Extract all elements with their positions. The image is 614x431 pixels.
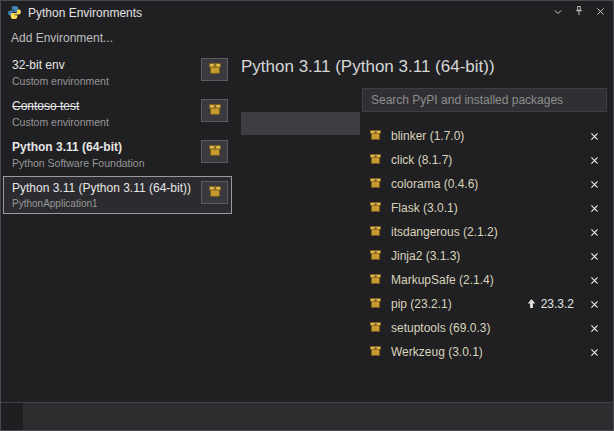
package-icon <box>369 127 382 145</box>
package-name: blinker (1.7.0) <box>391 129 586 143</box>
package-icon <box>208 184 222 202</box>
close-window-button[interactable] <box>591 4 609 21</box>
bottom-tab-solution-explorer[interactable] <box>23 403 45 430</box>
package-icon <box>369 343 382 361</box>
environment-info: Python 3.11 (64-bit) Python Software Fou… <box>12 139 195 169</box>
environment-name: 32-bit env <box>12 58 195 72</box>
package-icon <box>369 271 382 289</box>
window-menu-button[interactable] <box>549 4 567 21</box>
packages-pane: blinker (1.7.0) click (8.1.7) <box>362 88 607 402</box>
environment-info: Python 3.11 (Python 3.11 (64-bit)) Pytho… <box>12 180 195 209</box>
remove-package-button[interactable] <box>586 296 602 312</box>
detail-body: blinker (1.7.0) click (8.1.7) <box>241 88 607 402</box>
remove-package-button[interactable] <box>586 320 602 336</box>
remove-package-button[interactable] <box>586 176 602 192</box>
close-icon <box>590 177 599 192</box>
environment-subtitle: Custom environment <box>12 75 195 87</box>
remove-package-button[interactable] <box>586 152 602 168</box>
remove-package-button[interactable] <box>586 248 602 264</box>
package-name: Werkzeug (3.0.1) <box>391 345 586 359</box>
package-row-click[interactable]: click (8.1.7) <box>362 148 607 172</box>
package-name: colorama (0.4.6) <box>391 177 586 191</box>
environment-name: Contoso test <box>12 99 195 113</box>
close-icon <box>590 273 599 288</box>
close-icon <box>590 225 599 240</box>
close-icon <box>590 249 599 264</box>
environment-name: Python 3.11 (Python 3.11 (64-bit)) <box>12 181 195 195</box>
window-title: Python Environments <box>28 6 546 20</box>
environment-packages-button[interactable] <box>201 140 228 163</box>
package-icon <box>369 247 382 265</box>
bottom-tab-git-changes[interactable] <box>45 403 67 430</box>
package-name: Jinja2 (3.1.3) <box>391 249 586 263</box>
environment-packages-button[interactable] <box>201 99 228 122</box>
package-row-markupsafe[interactable]: MarkupSafe (2.1.4) <box>362 268 607 292</box>
python-icon <box>7 5 22 20</box>
close-icon <box>590 129 599 144</box>
environment-subtitle: Python Software Foundation <box>12 157 195 169</box>
package-row-colorama[interactable]: colorama (0.4.6) <box>362 172 607 196</box>
bottom-tab-bar <box>1 402 613 430</box>
close-icon <box>595 5 606 20</box>
package-icon <box>208 61 222 79</box>
remove-package-button[interactable] <box>586 272 602 288</box>
package-search-input[interactable] <box>362 88 607 112</box>
titlebar: Python Environments <box>1 1 613 24</box>
package-icon <box>369 223 382 241</box>
package-row-flask[interactable]: Flask (3.0.1) <box>362 196 607 220</box>
environment-list: 32-bit env Custom environment Contoso te… <box>1 50 234 402</box>
environment-detail-title: Python 3.11 (Python 3.11 (64-bit)) <box>241 57 607 77</box>
environment-item-32-bit-env[interactable]: 32-bit env Custom environment <box>3 53 232 91</box>
package-name: itsdangerous (2.1.2) <box>391 225 586 239</box>
environment-info: 32-bit env Custom environment <box>12 57 195 87</box>
close-icon <box>590 201 599 216</box>
package-row-jinja2[interactable]: Jinja2 (3.1.3) <box>362 244 607 268</box>
package-row-blinker[interactable]: blinker (1.7.0) <box>362 124 607 148</box>
package-name: MarkupSafe (2.1.4) <box>391 273 586 287</box>
package-row-werkzeug[interactable]: Werkzeug (3.0.1) <box>362 340 607 364</box>
environment-detail-panel: Python 3.11 (Python 3.11 (64-bit)) blink… <box>234 50 613 402</box>
remove-package-button[interactable] <box>586 224 602 240</box>
tab-overview[interactable] <box>241 88 360 111</box>
remove-package-button[interactable] <box>586 200 602 216</box>
package-icon <box>208 102 222 120</box>
close-icon <box>590 297 599 312</box>
package-list: blinker (1.7.0) click (8.1.7) <box>362 124 607 364</box>
package-name: click (8.1.7) <box>391 153 586 167</box>
environment-item-contoso-test[interactable]: Contoso test Custom environment <box>3 94 232 132</box>
detail-tab-list <box>241 88 360 402</box>
package-update-version: 23.3.2 <box>541 297 574 311</box>
environment-packages-button[interactable] <box>201 58 228 81</box>
window-body: 32-bit env Custom environment Contoso te… <box>1 50 613 402</box>
chevron-down-icon <box>553 5 563 20</box>
environment-info: Contoso test Custom environment <box>12 98 195 128</box>
package-icon <box>369 175 382 193</box>
pin-icon <box>573 5 585 20</box>
package-icon <box>369 295 382 313</box>
package-name: Flask (3.0.1) <box>391 201 586 215</box>
package-row-setuptools[interactable]: setuptools (69.0.3) <box>362 316 607 340</box>
package-update-badge[interactable]: 23.3.2 <box>526 295 574 313</box>
remove-package-button[interactable] <box>586 128 602 144</box>
package-row-pip[interactable]: pip (23.2.1) 23.3.2 <box>362 292 607 316</box>
pin-button[interactable] <box>570 4 588 21</box>
environment-item-python-3-11-64-bit[interactable]: Python 3.11 (64-bit) Python Software Fou… <box>3 135 232 173</box>
environment-item-python-3-11-python-3-11-64-bit[interactable]: Python 3.11 (Python 3.11 (64-bit)) Pytho… <box>3 176 232 214</box>
environment-subtitle: PythonApplication1 <box>12 198 195 209</box>
package-icon <box>369 151 382 169</box>
add-environment-link[interactable]: Add Environment... <box>1 24 613 50</box>
close-icon <box>590 345 599 360</box>
bottom-tab-python-environments[interactable] <box>1 403 23 430</box>
environment-subtitle: Custom environment <box>12 116 195 128</box>
tab-packages-pypi[interactable] <box>241 112 360 135</box>
package-icon <box>369 319 382 337</box>
environment-packages-button[interactable] <box>201 181 228 204</box>
close-icon <box>590 321 599 336</box>
package-icon <box>208 143 222 161</box>
remove-package-button[interactable] <box>586 344 602 360</box>
package-name: setuptools (69.0.3) <box>391 321 586 335</box>
package-row-itsdangerous[interactable]: itsdangerous (2.1.2) <box>362 220 607 244</box>
python-environments-window: Python Environments Add E <box>0 0 614 431</box>
close-icon <box>590 153 599 168</box>
arrow-up-icon <box>526 295 537 313</box>
